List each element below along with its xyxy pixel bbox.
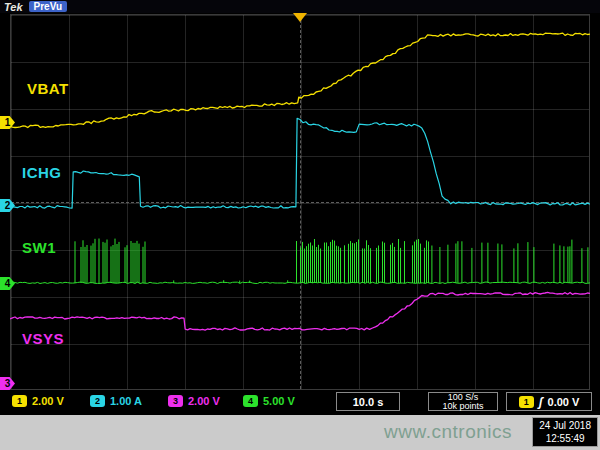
tek-logo: Tek xyxy=(4,1,23,13)
date-value: 24 Jul 2018 xyxy=(539,419,591,432)
time-value: 12:55:49 xyxy=(539,432,591,445)
ch3-badge: 3 xyxy=(168,395,183,407)
status-bar: 1 2.00 V 2 1.00 A 3 2.00 V 4 5.00 V 10.0… xyxy=(0,390,600,415)
watermark-text: www.cntronics xyxy=(384,421,512,443)
ch1-badge: 1 xyxy=(12,395,27,407)
ch1-scale-value: 2.00 V xyxy=(32,395,64,407)
ch2-badge: 2 xyxy=(90,395,105,407)
ch4-badge: 4 xyxy=(243,395,258,407)
trace-label-sw1: SW1 xyxy=(22,239,56,256)
datetime-box: 24 Jul 2018 12:55:49 xyxy=(532,417,598,447)
trace-label-ichg: ICHG xyxy=(22,164,62,181)
trigger-level-value: 0.00 V xyxy=(548,396,580,408)
ch4-scale-value: 5.00 V xyxy=(263,395,295,407)
oscilloscope-screen: Tek PreVu VBAT ICHG SW1 VSYS 1 2 4 3 1 2… xyxy=(0,0,600,450)
timebase-box: 10.0 s xyxy=(336,392,400,411)
trace-label-vbat: VBAT xyxy=(27,80,69,97)
acquisition-mode-badge: PreVu xyxy=(29,1,68,12)
ch3-scale-readout: 3 2.00 V xyxy=(168,395,220,407)
timebase-value: 10.0 s xyxy=(353,396,384,408)
acquisition-box: 100 S/s 10k points xyxy=(428,392,498,411)
ch2-scale-readout: 2 1.00 A xyxy=(90,395,142,407)
trigger-position-marker xyxy=(293,13,307,22)
trigger-box: 1 ʃ 0.00 V xyxy=(506,392,592,411)
ch2-scale-value: 1.00 A xyxy=(110,395,142,407)
trace-label-vsys: VSYS xyxy=(22,330,64,347)
trigger-slope-icon: ʃ xyxy=(539,395,543,409)
ch3-scale-value: 2.00 V xyxy=(188,395,220,407)
bottom-strip: www.cntronics 24 Jul 2018 12:55:49 xyxy=(0,415,600,450)
ch1-scale-readout: 1 2.00 V xyxy=(12,395,64,407)
ch4-scale-readout: 4 5.00 V xyxy=(243,395,295,407)
record-length-value: 10k points xyxy=(442,402,483,411)
center-horizontal-gridline xyxy=(11,202,589,203)
graticule xyxy=(10,14,590,390)
top-bar: Tek PreVu xyxy=(0,0,600,13)
trigger-source-badge: 1 xyxy=(519,396,534,408)
